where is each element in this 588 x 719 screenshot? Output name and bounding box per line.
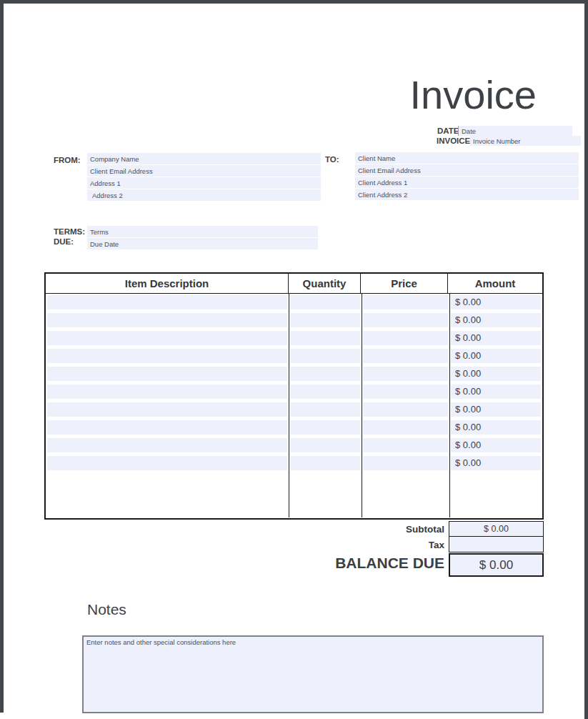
- table-row: $ 0.00: [46, 365, 542, 383]
- invoice-page: Invoice DATE: INVOICE FROM: TO: TERMS: D…: [0, 0, 588, 719]
- to-fields: [355, 152, 579, 200]
- cell-description[interactable]: [46, 294, 289, 312]
- cell-price[interactable]: [362, 419, 449, 437]
- cell-description[interactable]: [46, 329, 289, 347]
- tax-label: Tax: [266, 540, 444, 550]
- to-email-input[interactable]: [355, 164, 579, 176]
- cell-description[interactable]: [46, 419, 289, 437]
- cell-quantity[interactable]: [289, 312, 362, 329]
- to-address2-input[interactable]: [355, 189, 579, 200]
- column-divider: [289, 294, 289, 517]
- cell-quantity[interactable]: [289, 347, 362, 365]
- cell-price[interactable]: [362, 383, 449, 401]
- cell-amount[interactable]: $ 0.00: [449, 347, 542, 365]
- table-body: $ 0.00$ 0.00$ 0.00$ 0.00$ 0.00$ 0.00$ 0.…: [46, 294, 542, 517]
- cell-price[interactable]: [362, 329, 449, 347]
- table-row: $ 0.00: [46, 419, 542, 437]
- table-row: $ 0.00: [46, 312, 542, 329]
- table-row: $ 0.00: [46, 329, 542, 347]
- cell-description[interactable]: [46, 455, 289, 472]
- column-header-amount: Amount: [448, 274, 542, 293]
- table-row: $ 0.00: [46, 401, 542, 419]
- subtotal-value-field[interactable]: $ 0.00: [449, 521, 544, 537]
- page-frame-top: [0, 0, 588, 4]
- table-row: $ 0.00: [46, 455, 542, 472]
- invoice-number-label: INVOICE: [437, 137, 470, 145]
- line-items-table: Item Description Quantity Price Amount $…: [44, 272, 544, 520]
- tax-value-field[interactable]: [449, 537, 544, 552]
- table-row: $ 0.00: [46, 347, 542, 365]
- cell-amount[interactable]: $ 0.00: [449, 419, 542, 437]
- cell-amount[interactable]: $ 0.00: [449, 312, 542, 329]
- to-address1-input[interactable]: [355, 177, 579, 188]
- cell-quantity[interactable]: [289, 455, 362, 472]
- cell-amount[interactable]: $ 0.00: [449, 383, 542, 401]
- cell-quantity[interactable]: [289, 437, 362, 455]
- notes-heading: Notes: [87, 601, 126, 618]
- due-date-input[interactable]: [87, 238, 318, 249]
- cell-quantity[interactable]: [289, 329, 362, 347]
- date-input[interactable]: [458, 126, 572, 136]
- page-title: Invoice: [410, 71, 537, 118]
- cell-price[interactable]: [362, 437, 449, 455]
- column-header-quantity: Quantity: [289, 274, 361, 293]
- table-row: $ 0.00: [46, 294, 542, 312]
- notes-textarea[interactable]: [82, 635, 544, 713]
- cell-price[interactable]: [362, 365, 449, 383]
- terms-input[interactable]: [87, 226, 318, 237]
- column-divider: [449, 294, 450, 517]
- table-row: $ 0.00: [46, 383, 542, 401]
- cell-price[interactable]: [362, 294, 449, 312]
- page-frame-right: [584, 0, 588, 719]
- from-email-input[interactable]: [87, 165, 321, 177]
- cell-price[interactable]: [362, 455, 449, 472]
- cell-amount[interactable]: $ 0.00: [449, 329, 542, 347]
- to-client-name-input[interactable]: [355, 152, 579, 164]
- cell-quantity[interactable]: [289, 401, 362, 419]
- page-frame-left: [0, 0, 4, 713]
- cell-price[interactable]: [362, 312, 449, 329]
- cell-quantity[interactable]: [289, 294, 362, 312]
- invoice-number-input[interactable]: [470, 136, 581, 146]
- cell-amount[interactable]: $ 0.00: [449, 294, 542, 312]
- column-header-price: Price: [361, 274, 448, 293]
- cell-quantity[interactable]: [289, 383, 362, 401]
- column-divider: [362, 294, 362, 517]
- from-company-name-input[interactable]: [87, 153, 321, 164]
- cell-amount[interactable]: $ 0.00: [449, 401, 542, 419]
- from-address1-input[interactable]: [87, 177, 321, 189]
- from-label: FROM:: [54, 156, 81, 164]
- cell-quantity[interactable]: [289, 419, 362, 437]
- terms-label: TERMS:: [54, 227, 85, 236]
- subtotal-label: Subtotal: [266, 524, 444, 535]
- cell-description[interactable]: [46, 437, 289, 455]
- cell-description[interactable]: [46, 312, 289, 329]
- to-label: TO:: [325, 155, 339, 164]
- balance-due-label: BALANCE DUE: [266, 555, 444, 572]
- cell-description[interactable]: [46, 383, 289, 401]
- cell-amount[interactable]: $ 0.00: [449, 455, 542, 472]
- cell-price[interactable]: [362, 401, 449, 419]
- cell-description[interactable]: [46, 365, 289, 383]
- cell-description[interactable]: [46, 347, 289, 365]
- table-header-row: Item Description Quantity Price Amount: [46, 274, 542, 294]
- cell-price[interactable]: [362, 347, 449, 365]
- table-row: $ 0.00: [46, 437, 542, 455]
- balance-due-value-field[interactable]: $ 0.00: [449, 553, 544, 577]
- cell-description[interactable]: [46, 401, 289, 419]
- cell-quantity[interactable]: [289, 365, 362, 383]
- from-fields: [87, 153, 321, 201]
- cell-amount[interactable]: $ 0.00: [449, 437, 542, 455]
- from-address2-input[interactable]: [87, 189, 321, 201]
- due-label: DUE:: [54, 237, 74, 246]
- cell-amount[interactable]: $ 0.00: [449, 365, 542, 383]
- column-header-item-description: Item Description: [46, 274, 289, 293]
